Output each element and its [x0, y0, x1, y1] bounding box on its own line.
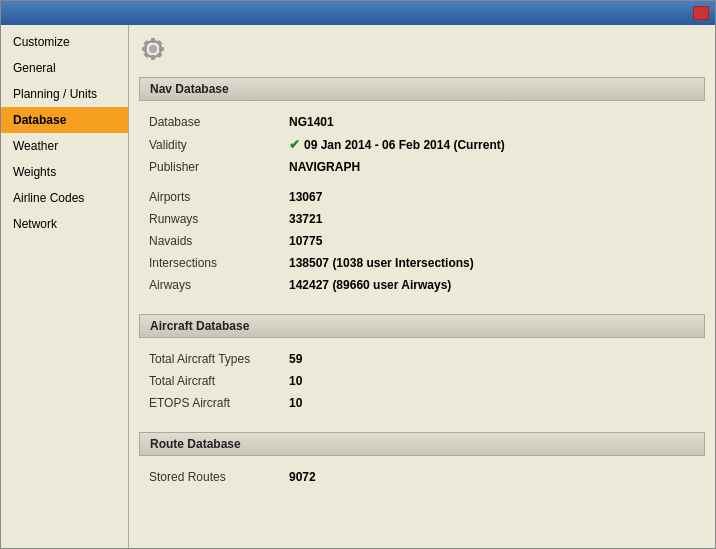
sidebar-item-general[interactable]: General: [1, 55, 128, 81]
value-text: 138507 (1038 user Intersections): [289, 256, 474, 270]
data-row: Navaids10775: [149, 230, 695, 252]
section-aircraft-database: Aircraft DatabaseTotal Aircraft Types59T…: [139, 314, 705, 416]
data-value: 138507 (1038 user Intersections): [289, 256, 474, 270]
data-label: Navaids: [149, 234, 289, 248]
sidebar-item-planning-units[interactable]: Planning / Units: [1, 81, 128, 107]
svg-rect-9: [156, 40, 162, 46]
page-header: [139, 35, 705, 63]
database-icon: [139, 35, 167, 63]
data-row: Total Aircraft10: [149, 370, 695, 392]
section-nav-database: Nav DatabaseDatabaseNG1401Validity✔09 Ja…: [139, 77, 705, 298]
value-text: NAVIGRAPH: [289, 160, 360, 174]
sidebar-item-network[interactable]: Network: [1, 211, 128, 237]
section-body-nav-database: DatabaseNG1401Validity✔09 Jan 2014 - 06 …: [139, 109, 705, 298]
value-text: 13067: [289, 190, 322, 204]
data-row: DatabaseNG1401: [149, 111, 695, 133]
main-content: Nav DatabaseDatabaseNG1401Validity✔09 Ja…: [129, 25, 715, 548]
svg-rect-7: [156, 52, 162, 58]
sections-container: Nav DatabaseDatabaseNG1401Validity✔09 Ja…: [139, 77, 705, 490]
svg-point-1: [149, 45, 157, 53]
section-body-aircraft-database: Total Aircraft Types59Total Aircraft10ET…: [139, 346, 705, 416]
sidebar-item-weather[interactable]: Weather: [1, 133, 128, 159]
data-row: Validity✔09 Jan 2014 - 06 Feb 2014 (Curr…: [149, 133, 695, 156]
data-value: ✔09 Jan 2014 - 06 Feb 2014 (Current): [289, 137, 505, 152]
content-area: CustomizeGeneralPlanning / UnitsDatabase…: [1, 25, 715, 548]
svg-rect-5: [159, 47, 164, 51]
data-row: Airways142427 (89660 user Airways): [149, 274, 695, 296]
data-label: Publisher: [149, 160, 289, 174]
data-value: 33721: [289, 212, 322, 226]
main-window: CustomizeGeneralPlanning / UnitsDatabase…: [0, 0, 716, 549]
data-label: Intersections: [149, 256, 289, 270]
svg-rect-3: [151, 55, 155, 60]
sidebar-item-customize[interactable]: Customize: [1, 29, 128, 55]
sidebar-item-airline-codes[interactable]: Airline Codes: [1, 185, 128, 211]
value-text: 10: [289, 374, 302, 388]
check-icon: ✔: [289, 137, 300, 152]
sidebar-item-database[interactable]: Database: [1, 107, 128, 133]
section-header-route-database: Route Database: [139, 432, 705, 456]
svg-rect-8: [143, 52, 149, 58]
value-text: 10775: [289, 234, 322, 248]
svg-rect-4: [142, 47, 147, 51]
section-header-aircraft-database: Aircraft Database: [139, 314, 705, 338]
data-value: 10775: [289, 234, 322, 248]
section-body-route-database: Stored Routes9072: [139, 464, 705, 490]
data-label: Database: [149, 115, 289, 129]
data-label: Total Aircraft Types: [149, 352, 289, 366]
sidebar: CustomizeGeneralPlanning / UnitsDatabase…: [1, 25, 129, 548]
data-row: Stored Routes9072: [149, 466, 695, 488]
svg-rect-2: [151, 38, 155, 43]
title-bar: [1, 1, 715, 25]
section-route-database: Route DatabaseStored Routes9072: [139, 432, 705, 490]
svg-rect-6: [143, 40, 149, 46]
data-row: Total Aircraft Types59: [149, 348, 695, 370]
value-text: 09 Jan 2014 - 06 Feb 2014 (Current): [304, 138, 505, 152]
value-text: 33721: [289, 212, 322, 226]
value-text: 142427 (89660 user Airways): [289, 278, 451, 292]
title-bar-buttons: [693, 6, 709, 20]
value-text: 10: [289, 396, 302, 410]
data-row: Airports13067: [149, 186, 695, 208]
sidebar-item-weights[interactable]: Weights: [1, 159, 128, 185]
data-label: Runways: [149, 212, 289, 226]
data-value: NAVIGRAPH: [289, 160, 360, 174]
data-label: Airways: [149, 278, 289, 292]
section-header-nav-database: Nav Database: [139, 77, 705, 101]
data-label: Stored Routes: [149, 470, 289, 484]
data-label: Total Aircraft: [149, 374, 289, 388]
value-text: 9072: [289, 470, 316, 484]
data-row: Runways33721: [149, 208, 695, 230]
spacer: [149, 178, 695, 186]
data-label: ETOPS Aircraft: [149, 396, 289, 410]
data-label: Airports: [149, 190, 289, 204]
data-value: 9072: [289, 470, 316, 484]
data-label: Validity: [149, 138, 289, 152]
data-value: 10: [289, 396, 302, 410]
data-value: 10: [289, 374, 302, 388]
close-button[interactable]: [693, 6, 709, 20]
data-row: Intersections138507 (1038 user Intersect…: [149, 252, 695, 274]
data-row: ETOPS Aircraft10: [149, 392, 695, 414]
data-row: PublisherNAVIGRAPH: [149, 156, 695, 178]
value-text: 59: [289, 352, 302, 366]
data-value: 142427 (89660 user Airways): [289, 278, 451, 292]
data-value: 13067: [289, 190, 322, 204]
data-value: NG1401: [289, 115, 334, 129]
value-text: NG1401: [289, 115, 334, 129]
data-value: 59: [289, 352, 302, 366]
